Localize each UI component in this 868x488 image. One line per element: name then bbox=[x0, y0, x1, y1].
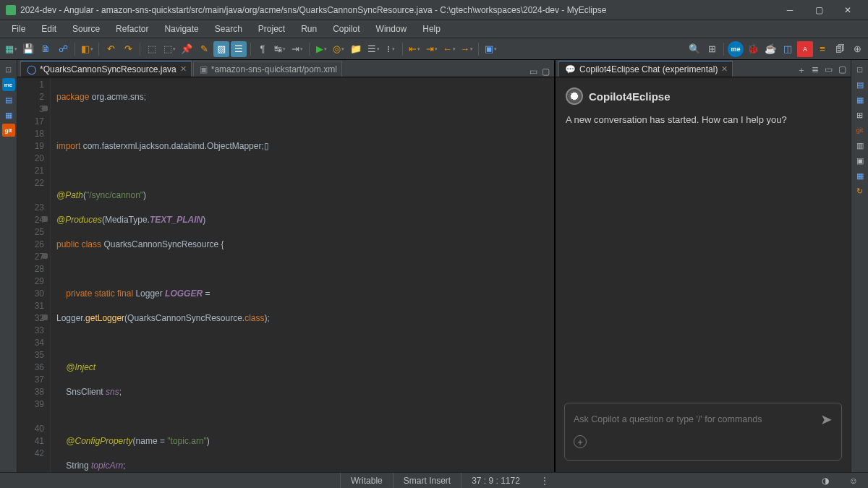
me-icon[interactable]: me bbox=[728, 41, 744, 57]
more-icon[interactable]: ⊕ bbox=[849, 41, 865, 57]
maximize-icon[interactable]: ▢ bbox=[838, 64, 846, 77]
pin-button[interactable]: 📌 bbox=[179, 41, 195, 57]
panel-icon-6[interactable]: ▦ bbox=[854, 169, 867, 182]
menu-copilot[interactable]: Copilot bbox=[326, 22, 367, 36]
chat-message: A new conversation has started. How can … bbox=[566, 114, 841, 127]
panel-icon-5[interactable]: ▣ bbox=[854, 154, 867, 167]
status-copilot-icon[interactable]: ☺ bbox=[839, 473, 868, 488]
highlight-button[interactable]: ▨ bbox=[213, 41, 229, 57]
explorer-icon[interactable]: ▤ bbox=[2, 93, 15, 106]
para-button[interactable]: ¶ bbox=[255, 41, 271, 57]
copilot-chat-panel: 💬 Copilot4Eclipse Chat (experimental) ✕ … bbox=[554, 60, 851, 472]
git-icon[interactable]: git bbox=[854, 124, 867, 137]
redo-button[interactable]: ↷ bbox=[120, 41, 136, 57]
editor-tabs: ◯ *QuarksCannonSyncResource.java ✕ ▣ *am… bbox=[17, 60, 554, 77]
attach-icon[interactable]: + bbox=[574, 435, 587, 448]
close-button[interactable]: ✕ bbox=[833, 0, 862, 20]
list-button[interactable]: ⫶ bbox=[383, 41, 399, 57]
code-content[interactable]: package org.acme.sns; import com.fasterx… bbox=[51, 77, 554, 472]
wand-button[interactable]: ✎ bbox=[196, 41, 212, 57]
menu-help[interactable]: Help bbox=[415, 22, 448, 36]
me-rail-icon[interactable]: me bbox=[2, 78, 15, 91]
toggle-button[interactable]: ☍ bbox=[55, 41, 71, 57]
menu-navigate[interactable]: Navigate bbox=[157, 22, 205, 36]
chat-header: Copilot4Eclipse bbox=[566, 87, 841, 105]
folder-button[interactable]: 📁 bbox=[348, 41, 364, 57]
status-tip-icon[interactable]: ◑ bbox=[812, 473, 839, 488]
xml-file-icon: ▣ bbox=[200, 64, 208, 74]
new-chat-icon[interactable]: ＋ bbox=[797, 64, 806, 77]
cut-button[interactable]: ⬚ bbox=[144, 41, 160, 57]
search-icon[interactable]: 🔍 bbox=[686, 41, 702, 57]
main-toolbar: ▦ 💾 🗎 ☍ ◧ ↶ ↷ ⬚ ⬚ 📌 ✎ ▨ ☰ ¶ ↹ ⇥ ▶ ◎ 📁 ☰ … bbox=[0, 38, 868, 60]
indent-button[interactable]: ⇥ bbox=[289, 41, 305, 57]
new-button[interactable]: ▦ bbox=[3, 41, 19, 57]
tab-label: *QuarksCannonSyncResource.java bbox=[40, 64, 176, 74]
mark-button[interactable]: ☰ bbox=[231, 41, 247, 57]
tab-copilot-chat[interactable]: 💬 Copilot4Eclipse Chat (experimental) ✕ bbox=[558, 61, 733, 77]
chat-icon: 💬 bbox=[565, 64, 576, 74]
close-icon[interactable]: ✕ bbox=[180, 64, 187, 74]
panel-icon-4[interactable]: ▥ bbox=[854, 139, 867, 152]
bug-icon[interactable]: 🐞 bbox=[745, 41, 761, 57]
restore-icon[interactable]: ⊡ bbox=[2, 63, 15, 76]
maximize-button[interactable]: ▢ bbox=[804, 0, 833, 20]
history-rail-icon[interactable]: ↻ bbox=[854, 184, 867, 197]
prev-button[interactable]: ← bbox=[441, 41, 457, 57]
restore-right-icon[interactable]: ⊡ bbox=[854, 63, 867, 76]
tool-button[interactable]: ▣ bbox=[482, 41, 498, 57]
db-icon[interactable]: ≡ bbox=[814, 41, 830, 57]
git-rail-icon[interactable]: git bbox=[2, 124, 15, 137]
fwd-button[interactable]: ⇥ bbox=[424, 41, 440, 57]
grid-icon[interactable]: ⊞ bbox=[704, 41, 720, 57]
angular-icon[interactable]: A bbox=[797, 41, 813, 57]
menu-search[interactable]: Search bbox=[208, 22, 250, 36]
panel-icon-3[interactable]: ⊞ bbox=[854, 108, 867, 121]
status-insert[interactable]: Smart Insert bbox=[393, 473, 461, 488]
window-title: 2024-dev - Angular - amazon-sns-quicksta… bbox=[20, 5, 775, 15]
maximize-view-icon[interactable]: ▢ bbox=[542, 67, 550, 77]
close-icon[interactable]: ✕ bbox=[721, 64, 728, 74]
minimize-view-icon[interactable]: ▭ bbox=[529, 67, 537, 77]
back-button[interactable]: ⇤ bbox=[407, 41, 422, 57]
status-menu-icon[interactable]: ⋮ bbox=[530, 473, 559, 488]
chat-bot-name: Copilot4Eclipse bbox=[589, 90, 671, 103]
minimize-icon[interactable]: ▭ bbox=[825, 64, 833, 77]
menu-project[interactable]: Project bbox=[251, 22, 292, 36]
copilot-avatar-icon bbox=[566, 87, 583, 105]
status-position[interactable]: 37 : 9 : 1172 bbox=[461, 473, 530, 488]
menu-source[interactable]: Source bbox=[65, 22, 107, 36]
align-button[interactable]: ↹ bbox=[272, 41, 288, 57]
menu-run[interactable]: Run bbox=[294, 22, 324, 36]
box-icon[interactable]: ◫ bbox=[780, 41, 796, 57]
history-icon[interactable]: ≣ bbox=[812, 64, 819, 77]
copy-icon[interactable]: 🗐 bbox=[832, 41, 848, 57]
chat-input-box[interactable]: Ask Copilot a question or type '/' for c… bbox=[564, 403, 842, 461]
menu-window[interactable]: Window bbox=[369, 22, 414, 36]
menu-edit[interactable]: Edit bbox=[34, 22, 64, 36]
right-rail: ⊡ ▤ ▦ ⊞ git ▥ ▣ ▦ ↻ bbox=[851, 60, 868, 472]
tab-quarks-resource[interactable]: ◯ *QuarksCannonSyncResource.java ✕ bbox=[20, 61, 192, 77]
send-icon[interactable]: ➤ bbox=[820, 411, 833, 428]
menu-file[interactable]: File bbox=[4, 22, 33, 36]
menu-refactor[interactable]: Refactor bbox=[109, 22, 156, 36]
run-button[interactable]: ▶ bbox=[313, 41, 329, 57]
undo-button[interactable]: ↶ bbox=[103, 41, 119, 57]
title-bar: 2024-dev - Angular - amazon-sns-quicksta… bbox=[0, 0, 868, 20]
code-editor[interactable]: 1231718192021222324252627282930313233343… bbox=[17, 77, 554, 472]
save-all-button[interactable]: 🗎 bbox=[38, 41, 54, 57]
save-button[interactable]: 💾 bbox=[20, 41, 36, 57]
status-mode[interactable]: Writable bbox=[340, 473, 393, 488]
task-button[interactable]: ☰ bbox=[365, 41, 381, 57]
debug-button[interactable]: ◎ bbox=[331, 41, 346, 57]
outline-icon[interactable]: ▦ bbox=[2, 108, 15, 121]
java-icon[interactable]: ☕ bbox=[762, 41, 778, 57]
build-button[interactable]: ◧ bbox=[79, 41, 95, 57]
minimize-button[interactable]: ─ bbox=[775, 0, 804, 20]
tab-pom-xml[interactable]: ▣ *amazon-sns-quickstart/pom.xml bbox=[193, 61, 342, 77]
panel-icon-2[interactable]: ▦ bbox=[854, 93, 867, 106]
tab-label: *amazon-sns-quickstart/pom.xml bbox=[211, 64, 337, 74]
panel-icon-1[interactable]: ▤ bbox=[854, 78, 867, 91]
next-button[interactable]: → bbox=[459, 41, 475, 57]
paste-button[interactable]: ⬚ bbox=[161, 41, 177, 57]
